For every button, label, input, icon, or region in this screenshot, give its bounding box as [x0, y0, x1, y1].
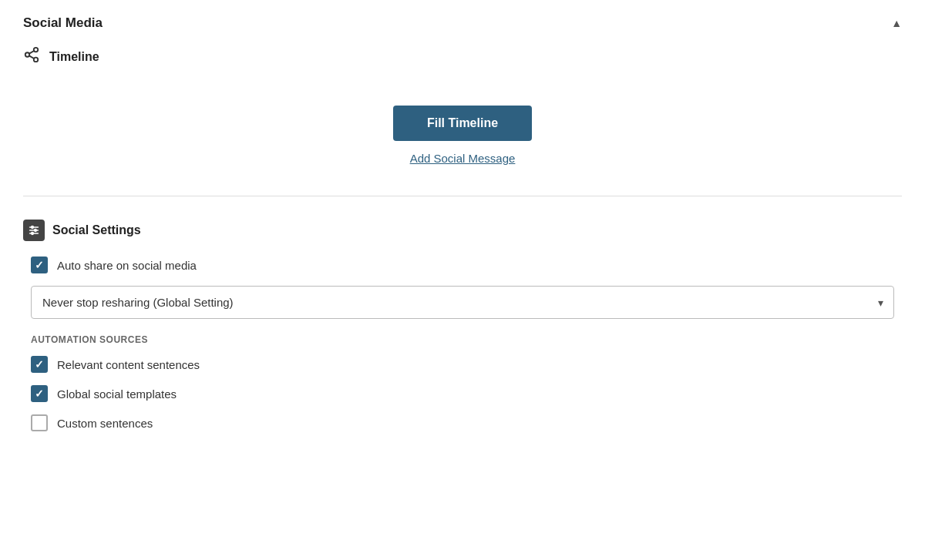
fill-timeline-button[interactable]: Fill Timeline [393, 106, 532, 141]
svg-point-9 [35, 230, 37, 232]
custom-sentences-label: Custom sentences [57, 417, 153, 430]
share-icon [23, 46, 40, 67]
global-templates-label: Global social templates [57, 387, 177, 401]
global-templates-checkbox[interactable]: ✓ [31, 385, 48, 402]
section-header: Social Media ▲ [23, 15, 902, 31]
resharing-select-wrapper: Never stop resharing (Global Setting) St… [31, 286, 894, 319]
settings-icon [23, 220, 45, 241]
svg-point-10 [32, 233, 34, 235]
resharing-select[interactable]: Never stop resharing (Global Setting) St… [31, 286, 894, 319]
timeline-label: Timeline [49, 50, 99, 64]
global-templates-checkmark: ✓ [35, 388, 44, 399]
relevant-content-label: Relevant content sentences [57, 358, 200, 371]
collapse-icon[interactable]: ▲ [891, 17, 902, 29]
auto-share-label: Auto share on social media [57, 259, 197, 272]
section-divider [23, 196, 902, 196]
auto-share-row[interactable]: ✓ Auto share on social media [23, 257, 902, 273]
custom-sentences-row[interactable]: Custom sentences [23, 414, 902, 431]
auto-share-checkbox[interactable]: ✓ [31, 257, 48, 273]
auto-share-checkmark: ✓ [35, 260, 44, 270]
global-templates-row[interactable]: ✓ Global social templates [23, 385, 902, 402]
custom-sentences-checkbox[interactable] [31, 414, 48, 431]
relevant-content-checkbox[interactable]: ✓ [31, 356, 48, 373]
svg-line-3 [29, 55, 34, 59]
relevant-content-row[interactable]: ✓ Relevant content sentences [23, 356, 902, 373]
page-container: Social Media ▲ Timeline Fill Timeline Ad… [0, 0, 925, 459]
settings-title: Social Settings [52, 223, 141, 237]
section-title: Social Media [23, 15, 103, 31]
timeline-section: Timeline [23, 46, 902, 67]
relevant-content-checkmark: ✓ [35, 359, 44, 370]
social-settings-section: Social Settings ✓ Auto share on social m… [23, 215, 902, 431]
add-social-message-link[interactable]: Add Social Message [410, 152, 516, 165]
timeline-actions: Fill Timeline Add Social Message [23, 90, 902, 188]
svg-line-4 [29, 51, 34, 54]
automation-sources-label: AUTOMATION SOURCES [31, 334, 894, 345]
settings-header: Social Settings [23, 220, 902, 241]
svg-point-8 [32, 226, 34, 229]
